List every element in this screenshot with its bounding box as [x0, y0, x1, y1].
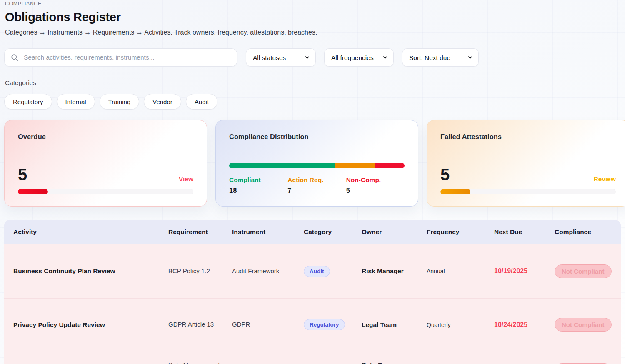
distribution-stat: Non-Comp.5	[346, 176, 405, 194]
sort-control: Sort: Next due	[402, 48, 479, 67]
category-filter-chip-internal[interactable]: Internal	[57, 94, 95, 110]
activity-cell: Privacy Policy Update Review	[4, 321, 168, 329]
table-row[interactable]: Data Retention Policy Compliance Data Ma…	[4, 351, 621, 364]
next-due-cell: 10/19/2025	[494, 267, 555, 275]
table-header-row: Activity Requirement Instrument Category…	[4, 220, 621, 244]
column-header-next-due[interactable]: Next Due	[494, 228, 555, 236]
summary-cards: Overdue 5 View Compliance Distribution C…	[4, 120, 625, 207]
owner-cell: Data Governance Lead	[362, 359, 427, 364]
overdue-progress-fill	[18, 189, 48, 194]
compliance-distribution-card: Compliance Distribution Compliant18Actio…	[215, 120, 418, 207]
owner-cell: Legal Team	[362, 319, 427, 330]
compliance-status-badge: Not Compliant	[555, 318, 612, 332]
search-input[interactable]	[23, 53, 231, 62]
category-filter-chip-training[interactable]: Training	[100, 94, 140, 110]
instrument-cell: GDPR	[232, 319, 304, 330]
activity-cell: Business Continuity Plan Review	[4, 267, 168, 275]
failed-attestations-card: Failed Attestations 5 Review	[427, 120, 625, 207]
overdue-view-link[interactable]: View	[179, 175, 193, 183]
column-header-instrument[interactable]: Instrument	[232, 228, 304, 236]
page-subtitle: Categories → Instruments → Requirements …	[5, 29, 625, 36]
obligations-table: Activity Requirement Instrument Category…	[4, 220, 621, 364]
category-filter-chip-audit[interactable]: Audit	[186, 94, 218, 110]
table-row[interactable]: Privacy Policy Update Review GDPR Articl…	[4, 299, 621, 351]
overdue-progress-track	[18, 189, 193, 194]
frequency-cell: Annual	[427, 268, 494, 274]
search-box[interactable]	[4, 48, 238, 67]
filter-bar: All statuses All frequencies Sort: Next …	[4, 48, 625, 67]
distribution-segment	[229, 163, 335, 168]
breadcrumb: COMPLIANCE	[5, 1, 625, 7]
owner-cell: Risk Manager	[362, 266, 427, 277]
instrument-cell: Audit Framework	[232, 266, 304, 277]
overdue-card: Overdue 5 View	[4, 120, 207, 207]
requirement-cell: BCP Policy 1.2	[168, 266, 232, 277]
distribution-stat-value: 7	[288, 187, 346, 194]
requirement-cell: Data Management Policy 5.1	[168, 360, 232, 364]
category-cell: Regulatory	[304, 319, 362, 330]
next-due-cell: 10/24/2025	[494, 321, 555, 329]
category-filter-chip-vendor[interactable]: Vendor	[144, 94, 181, 110]
frequency-cell: Quarterly	[427, 322, 494, 328]
column-header-category[interactable]: Category	[304, 228, 362, 236]
failed-progress-fill	[440, 189, 470, 194]
status-filter: All statuses	[246, 48, 316, 67]
failed-review-link[interactable]: Review	[594, 175, 616, 183]
column-header-compliance[interactable]: Compliance	[555, 228, 621, 236]
requirement-cell: GDPR Article 13	[168, 319, 232, 330]
table-body: Business Continuity Plan Review BCP Poli…	[4, 244, 621, 364]
page-header: COMPLIANCE Obligations Register Categori…	[4, 1, 625, 36]
frequency-filter: All frequencies	[324, 48, 394, 67]
distribution-stat-label: Non-Comp.	[346, 176, 405, 184]
column-header-owner[interactable]: Owner	[362, 228, 427, 236]
distribution-stat-value: 18	[229, 187, 288, 194]
compliance-status-badge: Not Compliant	[555, 264, 612, 278]
distribution-segment	[335, 163, 375, 168]
distribution-stacked-bar	[229, 163, 405, 168]
distribution-stat-label: Action Req.	[288, 176, 346, 184]
column-header-activity[interactable]: Activity	[4, 228, 168, 236]
category-chip-list: RegulatoryInternalTrainingVendorAudit	[4, 94, 625, 110]
sort-select[interactable]: Sort: Next due	[402, 48, 479, 67]
column-header-requirement[interactable]: Requirement	[168, 228, 232, 236]
table-row[interactable]: Business Continuity Plan Review BCP Poli…	[4, 244, 621, 299]
distribution-stats: Compliant18Action Req.7Non-Comp.5	[229, 176, 405, 194]
failed-card-title: Failed Attestations	[440, 133, 616, 141]
category-filter-chip-regulatory[interactable]: Regulatory	[4, 94, 52, 110]
distribution-stat-label: Compliant	[229, 176, 288, 184]
compliance-cell: Not Compliant	[555, 264, 621, 278]
page-title: Obligations Register	[5, 10, 625, 24]
overdue-card-title: Overdue	[18, 133, 193, 141]
distribution-stat: Compliant18	[229, 176, 288, 194]
distribution-stat-value: 5	[346, 187, 405, 194]
column-header-frequency[interactable]: Frequency	[427, 228, 494, 236]
distribution-card-title: Compliance Distribution	[229, 133, 405, 141]
category-chip[interactable]: Regulatory	[304, 319, 345, 330]
frequency-filter-select[interactable]: All frequencies	[324, 48, 394, 67]
distribution-stat: Action Req.7	[288, 176, 346, 194]
search-icon	[11, 54, 18, 61]
compliance-cell: Not Compliant	[555, 318, 621, 332]
status-filter-select[interactable]: All statuses	[246, 48, 316, 67]
categories-label: Categories	[4, 79, 625, 87]
failed-progress-track	[440, 189, 616, 194]
distribution-segment	[375, 163, 405, 168]
category-chip[interactable]: Audit	[304, 266, 330, 277]
category-cell: Audit	[304, 266, 362, 277]
obligations-register-page: COMPLIANCE Obligations Register Categori…	[0, 0, 625, 364]
overdue-count: 5	[18, 166, 27, 183]
failed-count: 5	[440, 166, 450, 183]
